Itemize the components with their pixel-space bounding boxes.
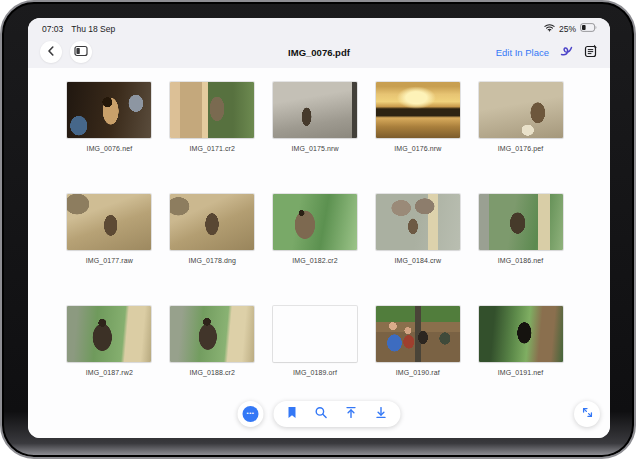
thumbnail-cell: IMG_0176.nrw bbox=[366, 82, 469, 152]
status-bar: 07:03 Thu 18 Sep 25% bbox=[28, 18, 610, 36]
thumbnail-cell: IMG_0188.cr2 bbox=[161, 306, 264, 376]
search-button[interactable] bbox=[315, 406, 328, 422]
navigation-bar: IMG_0076.pdf Edit In Place bbox=[28, 36, 610, 68]
status-date: Thu 18 Sep bbox=[71, 24, 115, 34]
battery-quarter-icon bbox=[580, 23, 598, 34]
thumbnail-cell: IMG_0176.pef bbox=[469, 82, 572, 152]
photo-filename: IMG_0178.dng bbox=[188, 257, 236, 264]
thumbnail-cell: IMG_0182.cr2 bbox=[264, 194, 367, 264]
photo-thumbnail bbox=[67, 306, 151, 362]
photo-thumbnail bbox=[170, 82, 254, 138]
photo-filename: IMG_0184.crw bbox=[394, 257, 441, 264]
photo-thumbnail bbox=[376, 306, 460, 362]
photo-thumbnail bbox=[479, 194, 563, 250]
wifi-icon bbox=[544, 23, 555, 34]
photo-filename: IMG_0076.nef bbox=[87, 145, 133, 152]
sidebar-toggle-button[interactable] bbox=[70, 41, 92, 63]
photo-filename: IMG_0182.cr2 bbox=[292, 257, 338, 264]
photo-filename: IMG_0171.cr2 bbox=[189, 145, 235, 152]
edit-in-place-button[interactable]: Edit In Place bbox=[496, 47, 549, 58]
chevron-left-icon bbox=[46, 45, 56, 60]
sidebar-toggle-icon bbox=[74, 45, 88, 60]
thumbnail-cell: IMG_0186.nef bbox=[469, 194, 572, 264]
photo-filename: IMG_0175.nrw bbox=[291, 145, 338, 152]
ipad-screen: 07:03 Thu 18 Sep 25% bbox=[28, 18, 610, 438]
photo-filename: IMG_0191.nef bbox=[498, 369, 544, 376]
screenshot-stage: 07:03 Thu 18 Sep 25% bbox=[0, 0, 636, 459]
battery-percent: 25% bbox=[559, 24, 576, 34]
top-chrome: 07:03 Thu 18 Sep 25% bbox=[28, 18, 610, 68]
thumbnail-cell: IMG_0177.raw bbox=[58, 194, 161, 264]
open-in-acrobat-button[interactable] bbox=[560, 44, 573, 60]
more-button[interactable]: ••• bbox=[238, 401, 264, 427]
thumbnail-cell: IMG_0184.crw bbox=[366, 194, 469, 264]
thumbnail-cell: IMG_0171.cr2 bbox=[161, 82, 264, 152]
photo-filename: IMG_0176.nrw bbox=[394, 145, 441, 152]
photo-filename: IMG_0177.raw bbox=[86, 257, 133, 264]
thumbnail-cell: IMG_0076.nef bbox=[58, 82, 161, 152]
fullscreen-button[interactable] bbox=[574, 401, 600, 427]
photo-thumbnail bbox=[170, 194, 254, 250]
jump-to-bottom-button[interactable] bbox=[375, 406, 388, 422]
adobe-acrobat-icon bbox=[560, 44, 573, 60]
photo-filename: IMG_0190.raf bbox=[396, 369, 440, 376]
bookmark-icon bbox=[287, 406, 298, 422]
status-time: 07:03 bbox=[42, 24, 63, 34]
ellipsis-icon: ••• bbox=[243, 406, 259, 422]
annotation-list-icon bbox=[584, 44, 598, 61]
photo-thumbnail bbox=[376, 82, 460, 138]
photo-filename: IMG_0176.pef bbox=[498, 145, 544, 152]
thumbnail-cell: IMG_0189.orf bbox=[264, 306, 367, 376]
annotations-button[interactable] bbox=[584, 44, 598, 61]
photo-thumbnail bbox=[273, 82, 357, 138]
bookmark-button[interactable] bbox=[287, 406, 298, 422]
thumbnail-cell: IMG_0190.raf bbox=[366, 306, 469, 376]
back-button[interactable] bbox=[40, 41, 62, 63]
photo-thumbnail bbox=[273, 194, 357, 250]
toolbar-pill bbox=[274, 401, 401, 427]
jump-to-top-button[interactable] bbox=[345, 406, 358, 422]
thumbnail-cell: IMG_0191.nef bbox=[469, 306, 572, 376]
photo-thumbnail bbox=[479, 306, 563, 362]
photo-filename: IMG_0186.nef bbox=[498, 257, 544, 264]
thumbnail-cell: IMG_0187.rw2 bbox=[58, 306, 161, 376]
photo-thumbnail bbox=[479, 82, 563, 138]
pdf-bottom-toolbar: ••• bbox=[238, 401, 401, 427]
thumbnail-grid: IMG_0076.nef IMG_0171.cr2 IMG_0175.nrw I… bbox=[58, 82, 572, 376]
diagonal-expand-icon bbox=[581, 406, 594, 422]
photo-filename: IMG_0187.rw2 bbox=[86, 369, 133, 376]
pdf-page-content: IMG_0076.nef IMG_0171.cr2 IMG_0175.nrw I… bbox=[28, 68, 610, 438]
photo-thumbnail bbox=[67, 82, 151, 138]
photo-thumbnail bbox=[376, 194, 460, 250]
photo-filename: IMG_0189.orf bbox=[293, 369, 337, 376]
arrow-down-to-line-icon bbox=[375, 406, 388, 422]
photo-thumbnail bbox=[170, 306, 254, 362]
search-icon bbox=[315, 406, 328, 422]
photo-filename: IMG_0188.cr2 bbox=[189, 369, 235, 376]
photo-thumbnail bbox=[273, 306, 357, 362]
arrow-up-to-line-icon bbox=[345, 406, 358, 422]
thumbnail-cell: IMG_0175.nrw bbox=[264, 82, 367, 152]
photo-thumbnail bbox=[67, 194, 151, 250]
thumbnail-cell: IMG_0178.dng bbox=[161, 194, 264, 264]
